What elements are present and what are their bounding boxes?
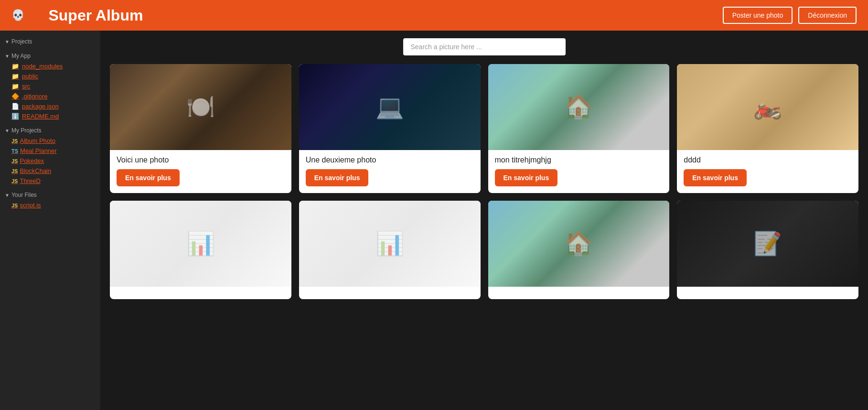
photo-grid: Voici une photoEn savoir plusUne deuxiem… [110,64,858,299]
pkg-icon: 📄 [11,103,19,110]
folder-icon: 📁 [11,83,19,90]
sidebar-section-myapp-label: My App [11,53,31,59]
js-badge: JS [11,203,18,208]
sidebar-item-blockchain[interactable]: JS BlockChain [0,166,100,176]
sidebar-item-node-modules[interactable]: 📁 node_modules [0,61,100,71]
sidebar-item-script-js[interactable]: JS script.js [0,200,100,210]
photo-card-body: Une deuxieme photoEn savoir plus [299,150,481,193]
logo-skull: 💀 [11,9,24,22]
sidebar-item-label: README.md [22,113,59,120]
photo-card [677,201,858,299]
search-bar-wrapper [110,38,858,55]
sidebar-section-projects-label: Projects [11,38,32,45]
photo-image [677,201,858,287]
logout-button[interactable]: Déconnexion [798,7,857,24]
sidebar-section-myapp-header[interactable]: ▼ My App [0,51,100,61]
photo-card-body: Voici une photoEn savoir plus [110,150,291,193]
photo-card [299,201,481,299]
sidebar-section-yourfiles: ▼ Your Files JS script.js [0,188,100,212]
main-content: Voici une photoEn savoir plusUne deuxiem… [100,31,868,410]
search-input[interactable] [403,38,566,55]
sidebar-item-public[interactable]: 📁 public [0,71,100,81]
learn-more-button[interactable]: En savoir plus [684,169,747,186]
sidebar-item-src[interactable]: 📁 src [0,81,100,91]
page-title: Super Album [48,7,717,24]
js-badge: JS [11,158,18,164]
folder-icon: 📁 [11,63,19,70]
photo-card: ddddEn savoir plus [677,64,858,193]
photo-image [488,64,670,150]
git-icon: 🔶 [11,93,19,100]
logo-link[interactable]: De-La [27,11,48,20]
photo-card: Une deuxieme photoEn savoir plus [299,64,481,193]
sidebar-item-label: Pokedex [20,157,44,164]
photo-card: Voici une photoEn savoir plus [110,64,291,193]
photo-card-title: mon titrehjmghjg [495,156,663,164]
app-layout: ▼ Projects ▼ My App 📁 node_modules 📁 pub… [0,31,868,410]
photo-card-title: dddd [684,156,852,164]
photo-image [110,201,291,287]
sidebar-item-album-photo[interactable]: JS Album Photo [0,136,100,146]
photo-image [299,64,481,150]
sidebar-section-projects-header[interactable]: ▼ Projects [0,36,100,47]
sidebar-section-yourfiles-label: Your Files [11,192,37,198]
photo-image [110,64,291,150]
sidebar-item-label: script.js [20,202,41,209]
photo-card-body [299,287,481,299]
chevron-down-icon-myapp: ▼ [5,54,10,59]
sidebar-item-label: package.json [22,103,59,110]
sidebar-item-label: src [22,83,30,90]
photo-card: mon titrehjmghjgEn savoir plus [488,64,670,193]
sidebar: ▼ Projects ▼ My App 📁 node_modules 📁 pub… [0,31,100,410]
sidebar-section-myprojects: ▼ My Projects JS Album Photo TS Meal Pla… [0,123,100,188]
sidebar-item-label: node_modules [22,63,63,70]
sidebar-section-myprojects-header[interactable]: ▼ My Projects [0,125,100,136]
sidebar-item-package-json[interactable]: 📄 package.json [0,101,100,111]
sidebar-section-myprojects-label: My Projects [11,127,42,134]
sidebar-item-label: .gitignore [22,93,47,100]
js-badge: JS [11,168,18,174]
sidebar-item-label: ThreeD [20,177,40,184]
learn-more-button[interactable]: En savoir plus [117,169,180,186]
photo-card-title: Voici une photo [117,156,285,164]
js-badge: JS [11,138,18,144]
sidebar-item-pokedex[interactable]: JS Pokedex [0,156,100,166]
photo-card [488,201,670,299]
ts-badge: TS [11,148,18,154]
sidebar-item-threed[interactable]: JS ThreeD [0,176,100,186]
photo-card [110,201,291,299]
chevron-down-icon-yourfiles: ▼ [5,193,10,198]
folder-icon: 📁 [11,73,19,80]
sidebar-item-label: Meal Planner [20,147,57,154]
photo-card-body [488,287,670,299]
chevron-down-icon-myprojects: ▼ [5,128,10,133]
chevron-down-icon: ▼ [5,39,10,44]
sidebar-item-label: BlockChain [20,167,51,174]
photo-card-body [677,287,858,299]
learn-more-button[interactable]: En savoir plus [495,169,558,186]
info-icon: ℹ️ [11,113,19,120]
sidebar-section-yourfiles-header[interactable]: ▼ Your Files [0,190,100,200]
photo-image [488,201,670,287]
photo-image [299,201,481,287]
photo-card-body: mon titrehjmghjgEn savoir plus [488,150,670,193]
sidebar-section-myapp: ▼ My App 📁 node_modules 📁 public 📁 src 🔶… [0,49,100,123]
photo-card-title: Une deuxieme photo [306,156,474,164]
post-photo-button[interactable]: Poster une photo [723,7,793,24]
photo-card-body [110,287,291,299]
sidebar-item-label: public [22,73,38,80]
sidebar-item-readme[interactable]: ℹ️ README.md [0,111,100,121]
js-badge: JS [11,178,18,184]
sidebar-item-label: Album Photo [20,137,55,144]
photo-image [677,64,858,150]
sidebar-section-projects: ▼ Projects [0,34,100,49]
sidebar-item-meal-planner[interactable]: TS Meal Planner [0,146,100,156]
learn-more-button[interactable]: En savoir plus [306,169,369,186]
header: 💀 De-La Super Album Poster une photo Déc… [0,0,868,31]
sidebar-item-gitignore[interactable]: 🔶 .gitignore [0,91,100,101]
photo-card-body: ddddEn savoir plus [677,150,858,193]
